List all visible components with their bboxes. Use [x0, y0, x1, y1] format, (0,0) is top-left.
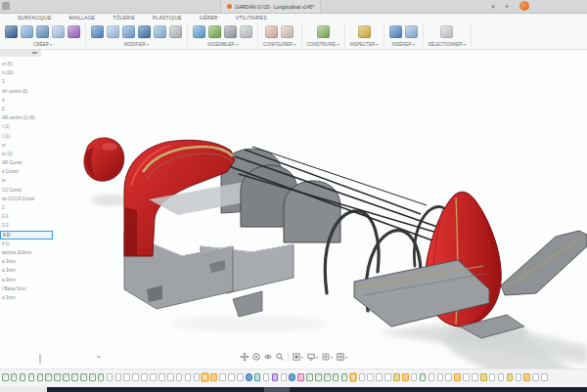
timeline-feature-icon-or[interactable]	[402, 373, 409, 381]
timeline-feature-icon-yl[interactable]	[480, 373, 487, 381]
timeline-feature-icon-pl[interactable]	[411, 373, 418, 381]
timeline-feature-icon-sk[interactable]	[306, 373, 313, 381]
timeline-feature-icon-pl[interactable]	[158, 373, 165, 381]
timeline-feature-icon-tl[interactable]	[254, 373, 261, 381]
timeline-feature-icon-pl[interactable]	[185, 373, 192, 381]
display-settings-icon[interactable]: ▾	[307, 353, 318, 361]
create-form-icon[interactable]	[5, 25, 18, 38]
viewports-icon[interactable]: ▾	[337, 353, 347, 361]
timeline-feature-icon-pl[interactable]	[541, 373, 548, 381]
timeline-feature-icon-pl[interactable]	[532, 373, 539, 381]
construction-plane-icon[interactable]	[317, 25, 330, 38]
grid-and-snaps-icon[interactable]: ▾	[322, 353, 333, 361]
fillet-icon[interactable]	[107, 25, 119, 38]
timeline-feature-icon-sk[interactable]	[80, 373, 87, 381]
timeline-feature-icon-sk[interactable]	[2, 373, 9, 381]
timeline-feature-icon-pl[interactable]	[437, 373, 444, 381]
timeline-feature-icon-pl[interactable]	[429, 373, 435, 381]
select-icon[interactable]	[440, 25, 453, 38]
timeline-feature-icon-sk[interactable]	[420, 373, 427, 381]
ribbon-tab-surfacique[interactable]: SURFACIQUE	[18, 15, 52, 22]
ribbon-group-label[interactable]: ASSEMBLER ▾	[207, 42, 238, 47]
timeline-feature-icon-sel[interactable]	[202, 373, 208, 381]
timeline-feature-icon-sk[interactable]	[54, 373, 61, 381]
measure-icon[interactable]	[358, 25, 371, 38]
timeline-feature-icon-sk[interactable]	[315, 373, 322, 381]
timeline-feature-icon-pl[interactable]	[176, 373, 183, 381]
configuration-icon[interactable]	[265, 25, 278, 38]
ribbon-tab-gérer[interactable]: GÉRER	[200, 15, 218, 22]
timeline-feature-icon-pl[interactable]	[463, 373, 470, 381]
combine-icon[interactable]	[138, 25, 151, 38]
new-component-icon[interactable]	[193, 25, 205, 38]
timeline-scroll-thumb[interactable]	[264, 387, 290, 392]
timeline-feature-icon-pl[interactable]	[194, 373, 201, 381]
move-copy-icon[interactable]	[169, 25, 182, 38]
new-tab-button[interactable]: +	[502, 1, 512, 12]
timeline-feature-icon-sk[interactable]	[63, 373, 69, 381]
timeline-feature-icon-pl[interactable]	[281, 373, 288, 381]
timeline-feature-icon-sk[interactable]	[71, 373, 78, 381]
timeline-feature-icon-pl[interactable]	[123, 373, 130, 381]
timeline-feature-icon-sk[interactable]	[324, 373, 331, 381]
timeline-feature-icon-sk[interactable]	[98, 373, 105, 381]
tail-assembly[interactable]	[354, 192, 587, 338]
ribbon-tab-utilitaires[interactable]: UTILITAIRES	[236, 15, 267, 22]
timeline-feature-icon-pl[interactable]	[219, 373, 226, 381]
user-avatar[interactable]	[519, 1, 529, 11]
timeline-feature-icon-sk[interactable]	[11, 373, 18, 381]
timeline-feature-icon-pl[interactable]	[498, 373, 505, 381]
timeline-feature-icon-pl[interactable]	[150, 373, 157, 381]
configuration-table-icon[interactable]	[281, 25, 294, 38]
close-tab-button[interactable]: ×	[488, 1, 498, 12]
timeline-feature-icon-sk[interactable]	[37, 373, 44, 381]
boundary-fill-icon[interactable]	[52, 25, 65, 38]
pan-icon[interactable]	[241, 353, 248, 361]
timeline-feature-icon-or[interactable]	[523, 373, 530, 381]
timeline-feature-icon-pl[interactable]	[107, 373, 113, 381]
timeline-feature-icon-pl[interactable]	[516, 373, 522, 381]
timeline-feature-icon-yl[interactable]	[507, 373, 514, 381]
timeline-feature-icon-sk[interactable]	[20, 373, 26, 381]
timeline-feature-icon-or[interactable]	[454, 373, 461, 381]
mid-formers[interactable]	[241, 165, 340, 242]
press-pull-icon[interactable]	[91, 25, 104, 38]
timeline-feature-icon-pl[interactable]	[472, 373, 478, 381]
ribbon-group-label[interactable]: SÉLECTIONNER ▾	[429, 42, 466, 47]
timeline-scroll-track[interactable]	[47, 387, 587, 392]
insert-image-icon[interactable]	[405, 25, 418, 38]
motion-link-icon[interactable]	[240, 25, 252, 38]
ribbon-group-label[interactable]: CRÉER ▾	[33, 42, 52, 47]
timeline-feature-icon-yl[interactable]	[393, 373, 400, 381]
ribbon-tab-maillage[interactable]: MAILLAGE	[69, 15, 96, 22]
timeline-feature-icon-pl[interactable]	[359, 373, 366, 381]
timeline-feature-icon-pl[interactable]	[237, 373, 244, 381]
ribbon-group-label[interactable]: INSPECTER ▾	[350, 42, 379, 47]
fit-icon[interactable]: ▾	[293, 353, 303, 361]
timeline-feature-icon-pl[interactable]	[115, 373, 122, 381]
nose-cone[interactable]	[84, 138, 124, 181]
ribbon-tab-tôlerie[interactable]: TÔLERIE	[113, 15, 135, 22]
orbit-icon[interactable]	[252, 353, 260, 361]
rigid-group-icon[interactable]	[224, 25, 237, 38]
document-tab[interactable]: GARDAN GY20 - Longitudinal v145*	[220, 0, 321, 13]
split-body-icon[interactable]	[154, 25, 166, 38]
timeline-feature-icon-pl[interactable]	[445, 373, 452, 381]
timeline-feature-icon-sel[interactable]	[350, 373, 357, 381]
patch-surface-icon[interactable]	[21, 25, 33, 38]
ribbon-group-label[interactable]: INSÉRER ▾	[391, 42, 414, 47]
revolve-surface-icon[interactable]	[36, 25, 49, 38]
timeline-feature-icon-pl[interactable]	[367, 373, 374, 381]
zoom-icon[interactable]	[276, 353, 284, 361]
timeline-feature-icon-sk[interactable]	[333, 373, 339, 381]
create-mesh-icon[interactable]	[68, 25, 80, 38]
timeline-feature-icon-pl[interactable]	[384, 373, 391, 381]
timeline-feature-icon-pu[interactable]	[272, 373, 279, 381]
timeline-feature-icon-pl[interactable]	[376, 373, 383, 381]
timeline-feature-icon-pl[interactable]	[263, 373, 270, 381]
timeline-feature-icon-bl[interactable]	[289, 373, 295, 381]
timeline-feature-icon-pl[interactable]	[228, 373, 235, 381]
timeline-feature-icon-sk[interactable]	[89, 373, 96, 381]
timeline-feature-icon-mg[interactable]	[297, 373, 304, 381]
ribbon-group-label[interactable]: CONFIGURER ▾	[263, 42, 296, 47]
